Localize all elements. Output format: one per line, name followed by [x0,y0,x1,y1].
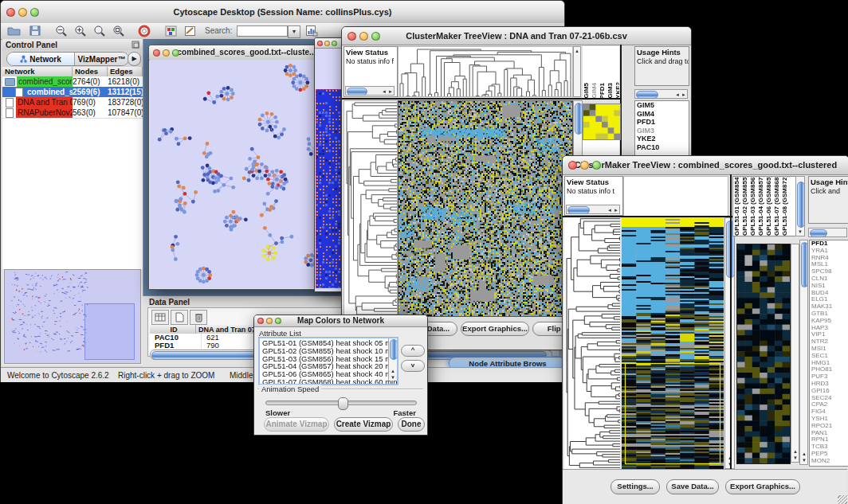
close-icon[interactable] [6,8,15,17]
gene-label[interactable]: GIM5 [635,101,689,110]
animate-vizmap-button[interactable]: Animate Vizmap [264,417,329,432]
close-icon[interactable] [568,161,577,170]
done-button[interactable]: Done [398,417,425,432]
scroll-down-icon[interactable]: ▼ [391,375,395,380]
zoom-window-icon[interactable] [30,8,39,17]
column-label[interactable]: GPL51-04 (GSM857) [757,176,764,236]
tab-overflow-arrow[interactable]: ▶ [128,52,141,66]
gene-label[interactable]: PFD1 [635,118,689,127]
scrollbar-thumb[interactable] [636,91,658,99]
column-label[interactable]: GIM5 [583,83,590,99]
gene-label[interactable]: PAC10 [635,143,689,152]
close-icon[interactable] [153,49,160,57]
minimize-icon[interactable] [163,49,170,57]
scroll-down-icon[interactable]: ▼ [798,229,803,234]
dialog-titlebar[interactable]: Map Colors to Network [254,315,427,327]
network-tree-row[interactable]: DNA and Tran 07769(0)183728(0) [2,97,143,107]
gene-label[interactable]: GIM4 [635,110,689,119]
close-icon[interactable] [317,41,323,46]
column-label[interactable]: GPL51-08 (GSM872) [781,176,788,236]
zoom-out-icon[interactable] [55,25,68,37]
zoom-heatmap-canvas[interactable] [736,244,791,464]
slider-thumb[interactable] [338,397,348,410]
scrollbar-thumb[interactable] [801,242,808,287]
scroll-up-icon[interactable]: ▲ [793,449,798,454]
view-status-scrollbar[interactable]: ◄ ► [566,205,620,214]
scroll-down-icon[interactable]: ▼ [793,455,798,460]
annotation-icon[interactable] [184,25,196,37]
save-session-icon[interactable] [29,25,41,36]
scroll-right-icon[interactable]: ► [388,89,393,94]
column-label[interactable]: GPL51-07 (GSM868) [773,176,780,236]
treeview2-titlebar[interactable]: ClusterMaker TreeView : combined_scores_… [563,156,848,175]
column-labels-scrollbar[interactable]: ▼ [795,176,805,236]
animation-speed-slider[interactable] [265,400,417,405]
move-down-button[interactable]: v [401,360,425,372]
save-data-button[interactable]: Save Data... [666,479,719,494]
main-titlebar[interactable]: Cytoscape Desktop (Session Name: collins… [1,1,564,24]
column-label[interactable]: PFD1 [599,83,606,99]
column-label[interactable]: GIM4 [591,83,598,99]
scrollbar-thumb[interactable] [797,182,805,228]
zoom-selected-icon[interactable] [112,25,125,37]
scroll-left-icon[interactable]: ◄ [607,208,612,213]
row-dendrogram-canvas[interactable] [564,217,620,469]
scroll-down-icon[interactable]: ▼ [802,458,807,463]
delete-attribute-icon[interactable] [190,310,207,325]
scroll-right-icon[interactable]: ► [614,208,618,213]
create-vizmap-button[interactable]: Create Vizmap [334,417,393,432]
usage-hints-scrollbar[interactable] [808,228,847,237]
zoom-window-icon[interactable] [371,32,380,41]
gene-list-scrollbar[interactable]: ▲ ▼ [799,240,808,465]
scrollbar-thumb[interactable] [810,229,827,237]
search-dropdown-icon[interactable]: ▼ [288,25,300,38]
column-label[interactable]: GPL51-03 (GSM856) [749,176,756,236]
column-label[interactable]: GPL51-01 (GSM854) [733,176,740,236]
birdseye-overview[interactable] [4,269,141,364]
zoom-vscrollbar[interactable]: ▲ ▼ [791,244,799,463]
help-icon[interactable] [138,25,151,37]
minimize-icon[interactable] [324,41,330,46]
network-tree-row[interactable]: combined_sco2569(6)13112(15) [2,87,143,97]
scroll-right-icon[interactable]: ► [681,92,686,97]
col-header-nodes[interactable]: Nodes [73,67,108,76]
vizmapper-icon[interactable] [165,25,177,37]
zoom-window-icon[interactable] [332,41,337,46]
heatmap-canvas[interactable] [398,100,573,317]
scroll-up-icon[interactable]: ▲ [575,49,579,53]
scroll-up-icon[interactable]: ▲ [802,451,807,456]
export-graphics-button[interactable]: Export Graphics... [461,322,529,336]
attribute-list[interactable]: GPL51-01 (GSM854) heat shock 05 minGPL51… [258,337,398,385]
column-dendrogram-canvas[interactable] [398,46,573,97]
view-status-scrollbar[interactable]: ◄ ► [345,86,395,96]
mini-heatmap-canvas[interactable] [583,104,621,140]
zoom-in-icon[interactable] [74,25,87,37]
resize-grip[interactable] [838,495,847,504]
row-dendrogram-canvas[interactable] [344,100,398,317]
minimize-icon[interactable] [359,32,368,41]
float-panel-icon[interactable] [132,41,139,49]
close-icon[interactable] [347,32,356,41]
column-label[interactable]: GIM3 [607,83,614,99]
scrollbar-thumb[interactable] [575,103,583,135]
move-up-button[interactable]: ^ [401,345,425,357]
table-mode-icon[interactable] [151,310,169,325]
column-label[interactable]: GPL51-06 (GSM865) [765,176,772,236]
col-header-network[interactable]: Network [2,67,73,76]
minimize-icon[interactable] [580,161,589,170]
scrollbar-thumb[interactable] [347,88,367,96]
export-graphics-button[interactable]: Export Graphics... [725,479,800,494]
zoom-window-icon[interactable] [592,161,601,170]
column-label[interactable]: YKE2 [614,82,619,99]
attribute-list-scrollbar[interactable]: ▲ ▼ [388,338,397,381]
treeview1-titlebar[interactable]: ClusterMaker TreeView : DNA and Tran 07-… [342,27,691,45]
close-icon[interactable] [257,318,264,324]
col-header-edges[interactable]: Edges [108,67,143,76]
scroll-left-icon[interactable]: ◄ [382,89,387,94]
open-session-icon[interactable] [7,25,21,36]
new-attribute-icon[interactable] [171,310,188,325]
gene-label[interactable]: GIM3 [635,127,689,135]
report-icon[interactable] [305,25,318,37]
zoom-window-icon[interactable] [275,318,281,324]
scrollbar-thumb[interactable] [567,206,590,214]
